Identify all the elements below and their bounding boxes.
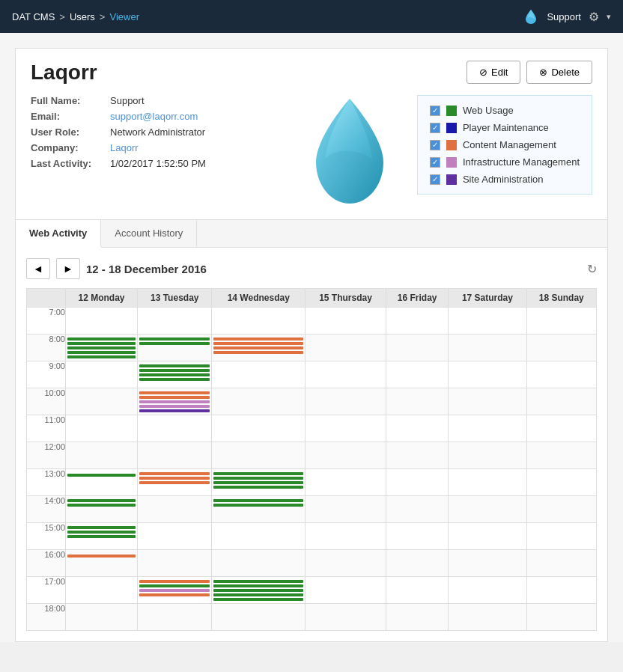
- col-header-0: 12 Monday: [66, 289, 138, 308]
- tab-bar: Web Activity Account History: [16, 220, 607, 248]
- day-cell: [138, 496, 212, 523]
- calendar-prev-button[interactable]: ◄: [26, 258, 50, 279]
- col-header-4: 16 Friday: [386, 289, 448, 308]
- day-cell: [66, 415, 138, 442]
- legend-item-infrastructure: Infrastructure Management: [430, 156, 580, 168]
- col-header-5: 17 Saturday: [449, 289, 526, 308]
- main-content: Laqorr ⊘ Edit ⊗ Delete Full Name: Suppor…: [0, 33, 623, 642]
- tab-web-activity[interactable]: Web Activity: [16, 220, 101, 248]
- role-row: User Role: Network Administrator: [31, 126, 282, 138]
- day-cell: [386, 577, 448, 604]
- day-cell: [526, 415, 596, 442]
- day-cell: [66, 308, 138, 335]
- day-cell: [212, 469, 306, 496]
- day-cell: [212, 361, 306, 388]
- activity-bar: [139, 364, 210, 367]
- time-cell: 17:00: [27, 577, 66, 604]
- activity-bar: [213, 504, 303, 507]
- email-row: Email: support@laqorr.com: [31, 111, 282, 122]
- day-cell: [386, 361, 448, 388]
- day-cell: [306, 415, 386, 442]
- legend-label-player-maintenance: Player Maintenance: [463, 122, 549, 133]
- col-header-1: 13 Tuesday: [138, 289, 212, 308]
- calendar-header-row: 12 Monday 13 Tuesday 14 Wednesday 15 Thu…: [27, 289, 597, 308]
- company-row: Company: Laqorr: [31, 142, 282, 153]
- day-cell: [138, 308, 212, 335]
- day-cell: [526, 388, 596, 415]
- day-cell: [526, 335, 596, 361]
- last-activity-value: 1/02/2017 1:52:50 PM: [110, 158, 206, 169]
- company-value[interactable]: Laqorr: [110, 142, 139, 153]
- calendar-row: 13:00: [27, 469, 597, 496]
- day-cell: [386, 550, 448, 577]
- day-cell: [66, 604, 138, 631]
- legend-label-infrastructure: Infrastructure Management: [463, 156, 580, 168]
- col-header-6: 18 Sunday: [526, 289, 596, 308]
- legend-color-player-maintenance: [446, 123, 457, 133]
- activity-bar: [139, 369, 210, 372]
- activity-bar: [213, 351, 303, 354]
- day-cell: [138, 550, 212, 577]
- fullname-row: Full Name: Support: [31, 95, 282, 106]
- calendar-section: ◄ ► 12 - 18 December 2016 ↻ 12 Monday 13…: [16, 248, 607, 641]
- activity-bar: [67, 337, 136, 340]
- legend-checkbox-web-usage[interactable]: [430, 106, 440, 116]
- breadcrumb-users[interactable]: Users: [70, 11, 95, 22]
- delete-icon: ⊗: [539, 67, 547, 78]
- legend-checkbox-site-admin[interactable]: [430, 174, 440, 185]
- edit-button[interactable]: ⊘ Edit: [467, 61, 520, 84]
- calendar-next-button[interactable]: ►: [56, 258, 80, 279]
- settings-gear-icon[interactable]: ⚙: [589, 10, 599, 24]
- legend-checkbox-player-maintenance[interactable]: [430, 123, 440, 133]
- refresh-icon[interactable]: ↻: [587, 262, 597, 276]
- breadcrumb-app[interactable]: DAT CMS: [12, 11, 55, 22]
- legend-label-content-management: Content Management: [463, 139, 556, 150]
- day-cell: [526, 361, 596, 388]
- breadcrumb: DAT CMS > Users > Viewer: [12, 11, 139, 22]
- header-right: Support ⚙ ▾: [523, 8, 611, 25]
- day-cell: [306, 442, 386, 469]
- activity-bar: [213, 580, 303, 583]
- day-cell: [386, 469, 448, 496]
- activity-bar: [139, 391, 210, 394]
- day-cell: [449, 496, 526, 523]
- email-label: Email:: [31, 111, 106, 122]
- legend-checkbox-infrastructure[interactable]: [430, 157, 440, 168]
- user-avatar-droplet: [305, 95, 395, 207]
- activity-bar: [139, 378, 210, 381]
- activity-bar: [139, 337, 210, 340]
- breadcrumb-current: Viewer: [109, 11, 139, 22]
- calendar-title: 12 - 18 December 2016: [86, 263, 581, 275]
- day-cell: [386, 442, 448, 469]
- breadcrumb-sep1: >: [59, 11, 65, 22]
- day-cell: [306, 308, 386, 335]
- time-cell: 15:00: [27, 523, 66, 550]
- day-cell: [306, 523, 386, 550]
- email-value[interactable]: support@laqorr.com: [110, 111, 198, 122]
- col-header-3: 15 Thursday: [306, 289, 386, 308]
- calendar-row: 7:00: [27, 308, 597, 335]
- settings-dropdown-arrow[interactable]: ▾: [607, 12, 611, 22]
- day-cell: [66, 496, 138, 523]
- time-cell: 16:00: [27, 550, 66, 577]
- day-cell: [138, 442, 212, 469]
- legend-checkbox-content-management[interactable]: [430, 140, 440, 150]
- day-cell: [138, 469, 212, 496]
- delete-button[interactable]: ⊗ Delete: [526, 61, 592, 84]
- last-activity-label: Last Activity:: [31, 158, 106, 169]
- activity-bar: [139, 580, 210, 583]
- day-cell: [526, 469, 596, 496]
- activity-bar: [67, 351, 136, 354]
- legend-color-content-management: [446, 140, 457, 150]
- tab-account-history[interactable]: Account History: [101, 220, 197, 247]
- activity-bar: [139, 396, 210, 399]
- activity-bar: [67, 531, 136, 534]
- day-cell: [449, 388, 526, 415]
- day-cell: [212, 415, 306, 442]
- day-cell: [66, 335, 138, 361]
- activity-bar: [213, 337, 303, 340]
- user-details: Full Name: Support Email: support@laqorr…: [31, 95, 282, 174]
- day-cell: [212, 335, 306, 361]
- user-title-row: Laqorr ⊘ Edit ⊗ Delete: [31, 61, 592, 85]
- day-cell: [138, 523, 212, 550]
